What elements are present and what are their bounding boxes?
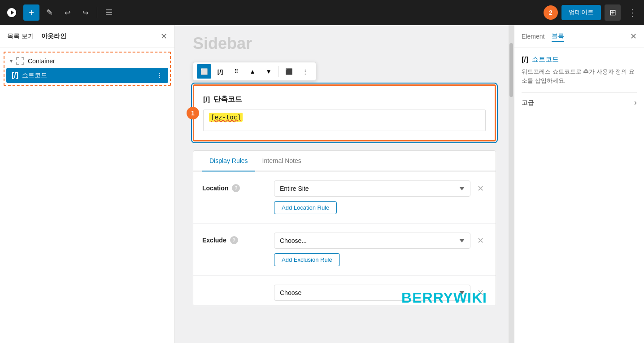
exclude-rule-row: Exclude ? Choose... ✕ (193, 224, 496, 276)
display-rules-area: Display Rules Internal Notes Location ? (193, 150, 496, 306)
toolbar-right: 2 업데이트 ⊞ ⋮ (544, 4, 640, 21)
location-help-icon[interactable]: ? (232, 184, 240, 192)
exclude-remove-button[interactable]: ✕ (474, 234, 487, 247)
location-rule-row: Location ? Entire Site Home Page Blog Pa… (193, 172, 496, 224)
edit-tool-button[interactable]: ✎ (41, 4, 57, 21)
exclude-label: Exclude ? (202, 233, 265, 244)
container-label: Container (28, 57, 55, 65)
container-icon (16, 57, 24, 65)
element-link[interactable]: 쇼트코드 (532, 55, 559, 64)
main-layout: 목록 보기 아웃라인 ✕ ▾ Container [/] 쇼트코드 ⋮ (0, 25, 644, 343)
tab-display-rules[interactable]: Display Rules (202, 151, 255, 172)
canvas-wrapper: Sidebar ⬜ [/] ⠿ ▲ ▼ ⬛ ⋮ 1 (175, 25, 514, 343)
drag-handle[interactable]: ⠿ (229, 64, 244, 79)
sidebar-title: Sidebar (193, 34, 496, 53)
move-up-button[interactable]: ▲ (245, 64, 260, 79)
third-select-row: Choose ✕ (274, 285, 487, 301)
add-location-rule-wrapper: Add Location Rule (274, 201, 487, 214)
tab-element[interactable]: Element (522, 31, 544, 42)
toolbar-separator (97, 7, 97, 18)
right-panel-header: Element 블록 ✕ (514, 25, 644, 48)
canvas-content: Sidebar ⬜ [/] ⠿ ▲ ▼ ⬛ ⋮ 1 (175, 25, 514, 315)
left-panel-close[interactable]: ✕ (161, 31, 167, 41)
element-title: [/] 쇼트코드 (522, 55, 637, 64)
left-panel-header: 목록 보기 아웃라인 ✕ (0, 25, 174, 48)
update-button[interactable]: 업데이트 (561, 5, 601, 20)
tab-internal-notes[interactable]: Internal Notes (255, 151, 309, 172)
element-description: 워드프레스 쇼트코드로 추가 사용자 정의 요소를 삽입하세요. (522, 67, 637, 85)
add-exclusion-rule-button[interactable]: Add Exclusion Rule (274, 253, 340, 266)
move-down-button[interactable]: ▼ (261, 64, 276, 79)
right-panel-close[interactable]: ✕ (630, 31, 637, 41)
location-controls: Entire Site Home Page Blog Page Archive … (274, 180, 487, 214)
third-rule-row: Choose ✕ (193, 276, 496, 306)
advanced-section[interactable]: 고급 › (522, 92, 637, 113)
outline-tree: ▾ Container [/] 쇼트코드 ⋮ (0, 48, 174, 89)
location-select[interactable]: Entire Site Home Page Blog Page Archive … (274, 180, 470, 197)
exclude-help-icon[interactable]: ? (230, 236, 238, 244)
menu-button[interactable]: ☰ (101, 4, 117, 21)
exclude-select-row: Choose... ✕ (274, 233, 487, 249)
shortcode-input-area[interactable]: [ez-toc] (203, 110, 486, 131)
rules-body: Location ? Entire Site Home Page Blog Pa… (193, 172, 496, 306)
scrollbar-track[interactable] (509, 25, 514, 343)
container-row[interactable]: ▾ Container (6, 54, 168, 68)
more-options-button[interactable]: ⋮ (624, 5, 640, 20)
add-block-button[interactable]: + (23, 4, 39, 21)
toolbar-sep (278, 66, 279, 77)
shortcode-dots-menu[interactable]: ⋮ (157, 72, 163, 79)
exclude-controls: Choose... ✕ Add Exclusion Rule (274, 233, 487, 266)
shortcode-block-wrapper: 1 [/] 단축코드 [ez-toc] (193, 84, 496, 141)
view-toggle-button[interactable]: ⊞ (605, 4, 621, 21)
notification-badge[interactable]: 2 (544, 5, 558, 20)
block-more-button[interactable]: ⋮ (298, 64, 312, 79)
container-item: ▾ Container [/] 쇼트코드 ⋮ (4, 52, 171, 86)
exclude-select[interactable]: Choose... (274, 233, 470, 249)
chevron-down-icon: ▾ (10, 58, 13, 64)
advanced-chevron-icon: › (634, 98, 637, 107)
shortcode-toolbar-icon[interactable]: [/] (213, 64, 227, 79)
third-remove-button[interactable]: ✕ (474, 286, 487, 299)
shortcode-block-icon: [/] (203, 96, 210, 104)
add-location-rule-button[interactable]: Add Location Rule (274, 201, 337, 214)
location-remove-button[interactable]: ✕ (474, 182, 487, 195)
redo-button[interactable]: ↪ (77, 4, 93, 21)
shortcode-label: 쇼트코드 (22, 71, 47, 79)
tab-block[interactable]: 블록 (552, 31, 564, 42)
add-exclusion-rule-wrapper: Add Exclusion Rule (274, 253, 487, 266)
canvas-area: Sidebar ⬜ [/] ⠿ ▲ ▼ ⬛ ⋮ 1 (175, 25, 514, 315)
third-rule-controls: Choose ✕ (274, 285, 487, 301)
tab-outline[interactable]: 아웃라인 (41, 31, 66, 42)
shortcode-block-header: [/] 단축코드 (203, 95, 486, 104)
location-select-row: Entire Site Home Page Blog Page Archive … (274, 180, 487, 197)
shortcode-value: [ez-toc] (209, 113, 243, 122)
third-select[interactable]: Choose (274, 285, 470, 301)
right-panel-element-icon: [/] (522, 56, 528, 64)
location-label: Location ? (202, 180, 265, 192)
exclude-text: Exclude (202, 237, 226, 244)
shortcode-block[interactable]: [/] 단축코드 [ez-toc] (193, 84, 496, 141)
block-settings-button[interactable]: ⬛ (282, 64, 296, 79)
advanced-label: 고급 (522, 99, 534, 107)
scrollbar-thumb[interactable] (509, 43, 513, 97)
right-panel-body: [/] 쇼트코드 워드프레스 쇼트코드로 추가 사용자 정의 요소를 삽입하세요… (514, 48, 644, 120)
right-panel: Element 블록 ✕ [/] 쇼트코드 워드프레스 쇼트코드로 추가 사용자… (514, 25, 644, 343)
floating-toolbar: ⬜ [/] ⠿ ▲ ▼ ⬛ ⋮ (193, 62, 316, 81)
step-badge-1: 1 (187, 107, 199, 119)
left-panel: 목록 보기 아웃라인 ✕ ▾ Container [/] 쇼트코드 ⋮ (0, 25, 175, 343)
select-block-button[interactable]: ⬜ (197, 64, 211, 79)
wp-logo[interactable] (4, 4, 20, 21)
third-rule-label (202, 285, 265, 288)
location-text: Location (202, 185, 228, 192)
shortcode-icon: [/] (12, 71, 18, 79)
undo-button[interactable]: ↩ (59, 4, 75, 21)
tabs-row: Display Rules Internal Notes (193, 151, 496, 172)
top-toolbar: + ✎ ↩ ↪ ☰ 2 업데이트 ⊞ ⋮ (0, 0, 644, 25)
shortcode-item[interactable]: [/] 쇼트코드 ⋮ (6, 68, 168, 83)
shortcode-block-title: 단축코드 (213, 95, 242, 104)
tab-list-view[interactable]: 목록 보기 (7, 31, 34, 42)
